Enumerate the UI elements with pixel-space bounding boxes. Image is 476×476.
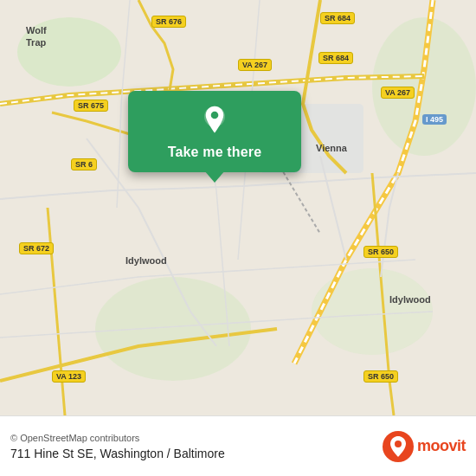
osm-credit: © OpenStreetMap contributors	[10, 433, 374, 443]
popup-card: Take me there	[128, 91, 301, 172]
moovit-logo: moovit	[383, 431, 466, 462]
svg-point-1	[17, 17, 121, 87]
svg-point-9	[395, 441, 402, 447]
location-pin-icon	[199, 105, 230, 136]
bottom-info: © OpenStreetMap contributors 711 Hine St…	[10, 433, 374, 460]
take-me-there-button[interactable]: Take me there	[168, 145, 262, 160]
moovit-logo-icon	[383, 431, 414, 462]
bottom-bar: © OpenStreetMap contributors 711 Hine St…	[0, 415, 476, 476]
svg-point-3	[312, 268, 433, 355]
address-text: 711 Hine St SE, Washington / Baltimore	[10, 447, 374, 460]
map-roads-svg	[0, 0, 476, 415]
moovit-text: moovit	[417, 437, 466, 455]
svg-point-7	[211, 112, 219, 119]
map-container: WolfTrap Vienna Idylwood Idylwood SR 676…	[0, 0, 476, 415]
